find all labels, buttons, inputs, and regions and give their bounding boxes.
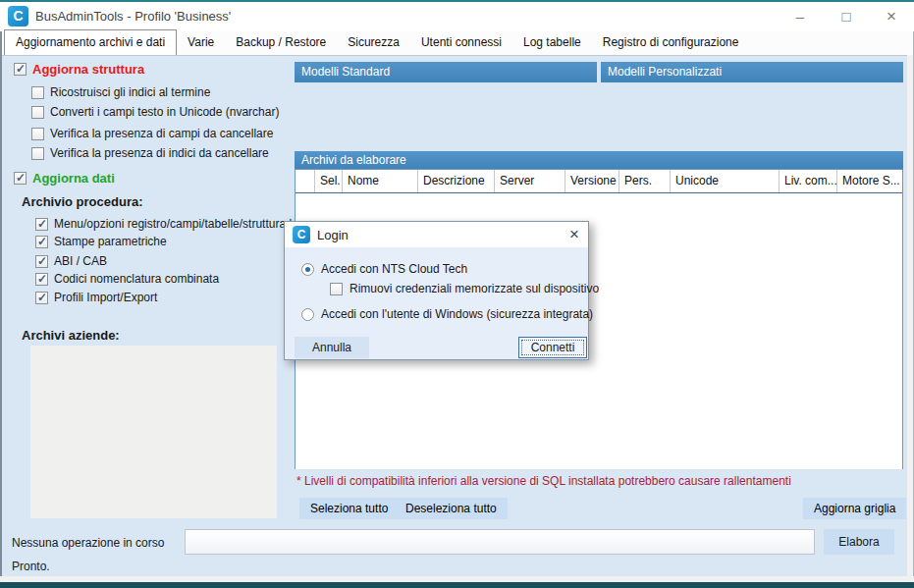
window-bottom-accent: [0, 582, 914, 588]
option-label[interactable]: Ricostruisci gli indici al termine: [50, 85, 210, 99]
accedi-windows-radio[interactable]: [301, 308, 314, 321]
aggiorna-struttura-checkbox[interactable]: [14, 63, 27, 76]
col-server[interactable]: Server: [495, 170, 565, 192]
tab-aggiornamento-archivi[interactable]: Aggiornamento archivi e dati: [4, 29, 177, 55]
login-radio-cloud-row: Accedi con NTS Cloud Tech: [301, 262, 467, 276]
option-row: Ricostruisci gli indici al termine: [31, 85, 210, 99]
maximize-button[interactable]: □: [830, 2, 863, 31]
option-label[interactable]: ABI / CAB: [54, 254, 107, 268]
title-bar: C BusAdminTools - Profilo 'Business' – □…: [0, 2, 914, 31]
col-versione[interactable]: Versione: [565, 170, 619, 192]
option-row: Menu/opzioni registro/campi/tabelle/stru…: [35, 217, 304, 231]
tab-sicurezza[interactable]: Sicurezza: [337, 30, 410, 55]
window-left-border: [0, 31, 2, 576]
option-label[interactable]: Profili Import/Export: [54, 291, 157, 304]
archivio-procedura-heading: Archivio procedura:: [22, 194, 143, 209]
compatibility-warning: * Livelli di compatibilità inferiori all…: [296, 474, 791, 488]
login-remove-credentials-row: Rimuovi credenziali memorizzate sul disp…: [330, 282, 599, 295]
tab-bar: Aggiornamento archivi e dati Varie Backu…: [0, 31, 914, 55]
elabora-button[interactable]: Elabora: [824, 529, 894, 555]
login-dialog-title: Login: [317, 228, 349, 242]
window-title: BusAdminTools - Profilo 'Business': [35, 9, 231, 24]
modelli-personalizzati-header: Modelli Personalizzati: [601, 62, 903, 82]
archivi-aziende-list[interactable]: [30, 346, 277, 518]
abi-cab-checkbox[interactable]: [35, 255, 48, 268]
login-radio-windows-row: Accedi con l'utente di Windows (sicurezz…: [301, 307, 593, 321]
option-row: Verifica la presenza di indici da cancel…: [31, 146, 269, 160]
operation-status-label: Nessuna operazione in corso: [12, 536, 164, 550]
rimuovi-credenziali-label[interactable]: Rimuovi credenziali memorizzate sul disp…: [349, 282, 599, 295]
minimize-button[interactable]: –: [783, 2, 817, 31]
verifica-indici-checkbox[interactable]: [31, 147, 44, 160]
col-pers[interactable]: Pers.: [619, 170, 671, 192]
profili-import-export-checkbox[interactable]: [35, 292, 48, 304]
tab-log-tabelle[interactable]: Log tabelle: [512, 30, 592, 55]
menu-opzioni-checkbox[interactable]: [35, 218, 48, 231]
option-label[interactable]: Stampe parametriche: [54, 235, 167, 248]
converti-unicode-checkbox[interactable]: [31, 106, 44, 119]
login-dialog-close-icon[interactable]: ×: [569, 225, 579, 244]
aggiorna-dati-label[interactable]: Aggiorna dati: [32, 171, 115, 186]
progress-bar: [185, 529, 815, 555]
login-dialog: C Login × Accedi con NTS Cloud Tech Rimu…: [284, 221, 589, 360]
archivi-aziende-heading: Archivi aziende:: [22, 328, 120, 343]
connetti-button[interactable]: Connetti: [518, 337, 587, 358]
tab-utenti-connessi[interactable]: Utenti connessi: [410, 30, 512, 55]
aggiorna-struttura-row: Aggiorna struttura: [14, 62, 144, 77]
option-label[interactable]: Codici nomenclatura combinata: [54, 272, 219, 286]
close-button[interactable]: ×: [875, 2, 908, 31]
option-row: Stampe parametriche: [35, 235, 167, 248]
accedi-windows-label[interactable]: Accedi con l'utente di Windows (sicurezz…: [321, 307, 593, 321]
aggiorna-struttura-label[interactable]: Aggiorna struttura: [32, 62, 144, 77]
app-window: C BusAdminTools - Profilo 'Business' – □…: [0, 0, 914, 588]
verifica-campi-checkbox[interactable]: [31, 128, 44, 140]
accedi-nts-cloud-radio[interactable]: [301, 263, 314, 276]
aggiorna-dati-row: Aggiorna dati: [14, 171, 115, 186]
option-row: ABI / CAB: [35, 254, 107, 268]
modelli-standard-header: Modelli Standard: [295, 62, 597, 82]
col-liv-com[interactable]: Liv. com...: [780, 170, 837, 192]
deseleziona-tutto-button[interactable]: Deseleziona tutto: [395, 498, 508, 519]
option-row: Profili Import/Export: [35, 291, 157, 304]
annulla-button[interactable]: Annulla: [295, 337, 369, 358]
col-nome[interactable]: Nome: [343, 170, 418, 192]
option-row: Codici nomenclatura combinata: [35, 272, 219, 286]
col-unicode[interactable]: Unicode: [671, 170, 780, 192]
app-logo-icon: C: [293, 226, 310, 243]
col-sel[interactable]: Sel.: [315, 170, 343, 192]
option-label[interactable]: Verifica la presenza di campi da cancell…: [50, 127, 273, 140]
grid-header-row: Sel. Nome Descrizione Server Versione Pe…: [296, 170, 902, 193]
option-label[interactable]: Menu/opzioni registro/campi/tabelle/stru…: [54, 217, 304, 231]
tab-registro-configurazione[interactable]: Registro di configurazione: [592, 30, 750, 55]
tab-varie[interactable]: Varie: [177, 30, 225, 55]
col-motore-sql[interactable]: Motore S...: [837, 170, 902, 192]
archivi-da-elaborare-header: Archivi da elaborare: [295, 151, 903, 169]
rimuovi-credenziali-checkbox[interactable]: [330, 283, 343, 295]
accedi-nts-cloud-label[interactable]: Accedi con NTS Cloud Tech: [321, 262, 467, 276]
app-logo-icon: C: [8, 6, 28, 27]
option-row: Verifica la presenza di campi da cancell…: [31, 127, 273, 140]
col-descrizione[interactable]: Descrizione: [418, 170, 495, 192]
stampe-parametriche-checkbox[interactable]: [35, 236, 48, 248]
login-dialog-title-bar[interactable]: C Login ×: [285, 222, 588, 247]
seleziona-tutto-button[interactable]: Seleziona tutto: [299, 498, 399, 519]
codici-nomenclatura-checkbox[interactable]: [35, 273, 48, 286]
status-text: Pronto.: [12, 560, 50, 573]
aggiorna-dati-checkbox[interactable]: [14, 172, 27, 185]
col-row-indicator: [296, 170, 315, 192]
option-row: Converti i campi testo in Unicode (nvarc…: [31, 105, 279, 119]
option-label[interactable]: Converti i campi testo in Unicode (nvarc…: [50, 105, 279, 119]
aggiorna-griglia-button[interactable]: Aggiorna griglia: [803, 498, 906, 519]
option-label[interactable]: Verifica la presenza di indici da cancel…: [50, 146, 269, 160]
ricostruisci-indici-checkbox[interactable]: [31, 86, 44, 99]
tab-backup-restore[interactable]: Backup / Restore: [225, 30, 337, 55]
